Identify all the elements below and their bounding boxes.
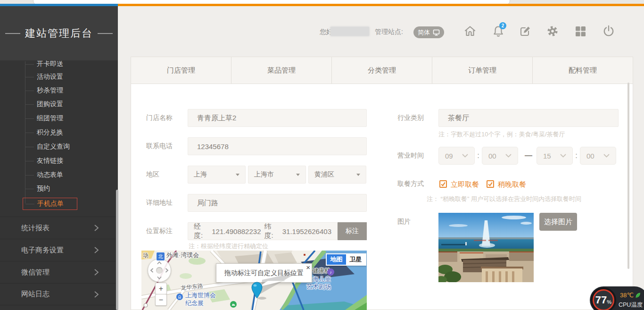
sidebar-item-card-gift[interactable]: 开卡即送 [37,59,63,69]
store-name-input[interactable]: 青青原上草2 [188,109,367,127]
tab-dish-management[interactable]: 菜品管理 [231,57,332,84]
close-icon[interactable]: × [306,264,310,271]
sidebar: 开卡即送 活动设置 秒杀管理 团购设置 组团管理 积分兑换 自定义查询 友情链接… [0,6,118,310]
phone-label: 联系电话 [146,137,173,155]
sidebar-item-forms[interactable]: 动态表单 [37,170,63,180]
language-pill-button[interactable]: 简体 [413,26,444,38]
industry-input[interactable]: 茶餐厅 [438,109,619,127]
cpu-usage-dial: 77% [591,287,616,310]
zoom-out-button[interactable]: − [155,294,167,306]
chevron-down-icon [560,154,566,158]
chevron-down-icon [462,154,468,158]
lng-label: 经度: [194,222,208,240]
chevron-down-icon [603,154,610,158]
map-label-expo-2: 纪念展 [185,299,204,308]
tab-ingredient-management[interactable]: 配料管理 [533,57,633,84]
map-tooltip: 拖动标注可自定义目标位置 × [216,263,312,283]
choose-image-button[interactable]: 选择图片 [539,213,577,231]
sidebar-item-group[interactable]: 组团管理 [37,113,63,124]
pan-down-icon[interactable] [157,276,162,280]
close-hour-select[interactable]: 15 [537,147,573,165]
image-label: 图片 [397,213,411,231]
sidebar-section-wechat[interactable]: 微信管理 [0,261,118,283]
city-select[interactable]: 上海市 [248,166,306,184]
music-poi-icon: ♪ [327,268,334,276]
phone-input[interactable]: 12345678 [188,137,367,155]
gear-icon[interactable] [546,25,559,38]
check-icon [487,181,493,187]
map-view-button[interactable]: 地图 [327,254,346,265]
address-input[interactable]: 局门路 [188,194,367,212]
check-icon [440,181,446,187]
north-badge: 北 [156,252,165,261]
sidebar-item-groupbuy[interactable]: 团购设置 [37,99,63,109]
notification-badge: 2 [499,22,506,29]
tab-bar: 门店管理 菜品管理 分类管理 订单管理 配料管理 [131,57,633,84]
mark-location-button[interactable]: 标注 [338,222,367,240]
leaf-icon [635,292,641,299]
map-pan-control[interactable] [148,259,171,282]
store-name-label: 门店名称 [146,109,173,127]
monitor-icon [433,29,440,36]
cpu-percent: 77 [595,294,607,306]
tab-category-management[interactable]: 分类管理 [332,57,432,84]
map-canvas[interactable]: 场 外滩·湾璞会 龙华东路 上海世博会 纪念展 健康林 上海儿童 艺术剧场 ♪ … [141,251,367,310]
lng-value[interactable]: 121.490882232 [212,227,261,235]
cpu-widget-label: CPU温度 [619,301,643,309]
time-colon: : [573,147,580,165]
chevron-right-icon [93,224,99,232]
grid-icon[interactable] [574,25,587,38]
sidebar-item-links[interactable]: 友情链接 [37,156,63,166]
satellite-view-button[interactable]: 卫星 [346,254,365,265]
sidebar-item-activity[interactable]: 活动设置 [37,72,63,82]
pickup-now-checkbox[interactable] [439,180,447,188]
compose-icon[interactable] [519,25,532,38]
card-scrollbar[interactable] [627,83,629,269]
open-hour-select[interactable]: 09 [438,147,475,165]
cpu-monitor-widget: 77% 38℃ CPU温度 [590,286,644,310]
sidebar-item-points[interactable]: 积分兑换 [37,127,63,138]
sidebar-item-booking[interactable]: 预约 [37,184,50,194]
sidebar-item-mobile-order-active[interactable]: 手机点单 [23,198,77,210]
dropdown-caret-icon [296,174,300,176]
pickup-label: 取餐方式 [397,175,424,193]
pickup-now-label[interactable]: 立即取餐 [451,180,479,189]
store-photo-preview [438,213,534,282]
pan-right-icon[interactable] [165,268,169,273]
map-label-bund: 外滩·湾璞会 [166,251,199,260]
close-minute-select[interactable]: 00 [580,147,616,165]
district-select[interactable]: 黄浦区 [308,166,366,184]
power-icon[interactable] [602,25,615,38]
sidebar-scrollbar[interactable] [116,190,118,310]
sidebar-section-logs[interactable]: 网站日志 [0,283,118,305]
pan-knob[interactable] [156,267,163,274]
location-input[interactable]: 经度: 121.490882232 纬度: 31.1952626403 [188,222,338,240]
sidebar-section-statistics[interactable]: 统计报表 [0,217,118,239]
lat-value[interactable]: 31.1952626403 [282,227,331,235]
browser-edge [0,0,644,4]
zoom-in-button[interactable]: + [155,283,167,294]
time-colon: : [475,147,482,165]
username-redacted [330,27,369,36]
pan-up-icon[interactable] [157,261,162,265]
dropdown-caret-icon [356,174,360,176]
chevron-right-icon [93,291,99,298]
tab-store-management[interactable]: 门店管理 [131,57,231,84]
park-poi-icon [230,301,237,308]
industry-note: 注：字数不超过10个字，例：美食/粤菜/茶餐厅 [438,130,565,139]
sidebar-section-ecommerce[interactable]: 电子商务设置 [0,239,118,261]
sidebar-item-custom-query[interactable]: 自定义查询 [37,142,70,152]
location-note: 注：根据经纬度进行精确定位 [189,242,268,251]
open-minute-select[interactable]: 00 [482,147,518,165]
region-label: 地区 [146,166,159,184]
home-icon[interactable] [463,25,477,38]
sidebar-item-seckill[interactable]: 秒杀管理 [37,85,63,96]
pan-left-icon[interactable] [150,268,154,273]
province-select[interactable]: 上海 [188,166,246,184]
pickup-later-label[interactable]: 稍晚取餐 [498,180,526,189]
pickup-later-checkbox[interactable] [487,180,494,188]
industry-label: 行业类别 [397,109,424,127]
map-type-toggle: 地图 卫星 [326,253,366,266]
tab-order-management[interactable]: 订单管理 [432,57,533,84]
accent-bar-right [118,4,644,6]
